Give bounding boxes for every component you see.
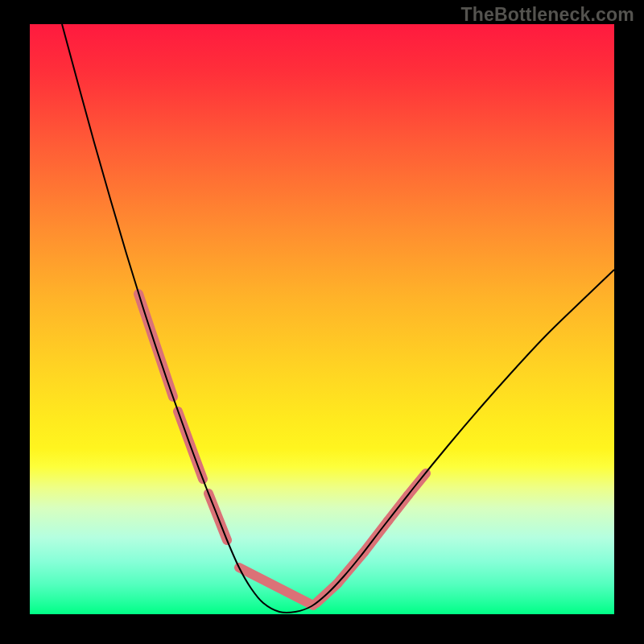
chart-frame: TheBottleneck.com <box>0 0 644 644</box>
highlight-band <box>138 294 426 605</box>
watermark-text: TheBottleneck.com <box>460 4 634 26</box>
curve-layer <box>30 24 614 614</box>
plot-area <box>30 24 614 614</box>
